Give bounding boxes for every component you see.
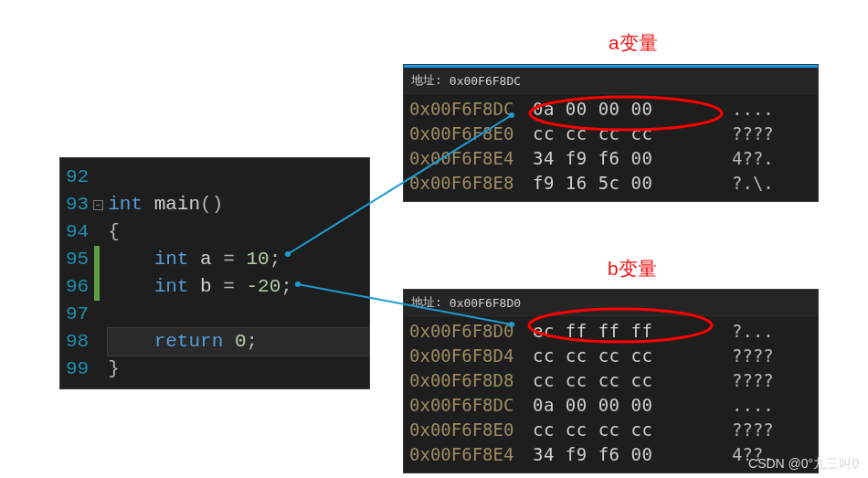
memory-row: 0x00F6F8E8f9 16 5c 00?.\. bbox=[409, 171, 812, 196]
code-line bbox=[108, 164, 369, 191]
variable-b-label: b变量 bbox=[608, 256, 657, 281]
line-number: 98 bbox=[66, 328, 89, 356]
line-number: 99 bbox=[66, 356, 89, 383]
memory-row: 0x00F6F8DC0a 00 00 00.... bbox=[409, 393, 812, 418]
change-bar-icon bbox=[94, 246, 100, 273]
code-line: { bbox=[108, 218, 369, 246]
code-line-current: return 0; bbox=[108, 328, 369, 356]
memory-row: 0x00F6F8E434 f9 f6 004??. bbox=[409, 146, 812, 171]
address-input[interactable]: 0x00F6F8DC bbox=[450, 74, 810, 88]
code-line bbox=[108, 301, 369, 328]
line-number: 96 bbox=[66, 273, 89, 301]
fold-minus-icon[interactable] bbox=[93, 200, 103, 210]
code-editor: 92 93 94 95 96 97 98 99 int main() { int… bbox=[59, 157, 370, 389]
address-label: 地址: bbox=[411, 294, 442, 311]
line-number: 93 bbox=[66, 191, 89, 218]
memory-row: 0x00F6F8DC0a 00 00 00.... bbox=[409, 97, 812, 122]
variable-a-label: a变量 bbox=[609, 30, 658, 56]
memory-row: 0x00F6F8D8cc cc cc cc???? bbox=[409, 368, 812, 393]
memory-panel-header: 地址: 0x00F6F8D0 bbox=[404, 290, 818, 316]
memory-panel-header: 地址: 0x00F6F8DC bbox=[404, 68, 818, 94]
memory-row: 0x00F6F8E0cc cc cc cc???? bbox=[409, 122, 812, 146]
memory-body: 0x00F6F8DC0a 00 00 00.... 0x00F6F8E0cc c… bbox=[404, 94, 818, 201]
memory-row: 0x00F6F8E0cc cc cc cc???? bbox=[409, 418, 812, 442]
memory-panel-b: 地址: 0x00F6F8D0 0x00F6F8D0ec ff ff ff?...… bbox=[403, 289, 819, 473]
line-number: 95 bbox=[66, 246, 89, 273]
editor-marks bbox=[91, 158, 104, 388]
code-line: int b = -20; bbox=[108, 273, 369, 301]
code-area[interactable]: int main() { int a = 10; int b = -20; re… bbox=[104, 158, 369, 388]
memory-row: 0x00F6F8D4cc cc cc cc???? bbox=[409, 344, 812, 368]
address-input[interactable]: 0x00F6F8D0 bbox=[450, 296, 810, 310]
watermark: CSDN @0°九三叫0 bbox=[748, 456, 859, 473]
code-line: int main() bbox=[108, 191, 369, 218]
line-number: 94 bbox=[66, 218, 89, 246]
memory-body: 0x00F6F8D0ec ff ff ff?... 0x00F6F8D4cc c… bbox=[404, 316, 818, 473]
line-number-gutter: 92 93 94 95 96 97 98 99 bbox=[60, 158, 91, 388]
memory-panel-a: 地址: 0x00F6F8DC 0x00F6F8DC0a 00 00 00....… bbox=[403, 64, 819, 202]
line-number: 92 bbox=[66, 164, 89, 191]
address-label: 地址: bbox=[411, 72, 442, 89]
change-bar-icon bbox=[94, 273, 100, 301]
code-line: } bbox=[108, 356, 369, 383]
line-number: 97 bbox=[66, 301, 89, 328]
memory-row: 0x00F6F8D0ec ff ff ff?... bbox=[409, 319, 812, 344]
code-line: int a = 10; bbox=[108, 246, 369, 273]
